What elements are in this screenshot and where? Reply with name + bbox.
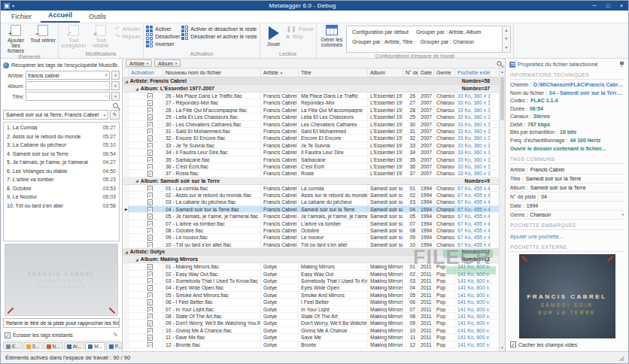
tab-fichier[interactable]: Fichier: [4, 11, 39, 23]
cover-link[interactable]: 33 Ko, 360 x 360: [455, 128, 491, 134]
chevron-down-icon[interactable]: ▾: [621, 211, 624, 219]
grid-search-icon[interactable]: [497, 61, 501, 65]
gallery-item[interactable]: Grouper par : Artiste, Titre: [348, 37, 417, 47]
tag-field[interactable]: Date :1994: [510, 202, 624, 211]
title-dropdown-icon[interactable]: ▾: [111, 92, 120, 101]
group-row-album[interactable]: ◢Album: Making MirrorsNombre=12: [123, 256, 499, 263]
cover-link[interactable]: 67 Ko, 455 x 455: [455, 227, 491, 233]
grid-row[interactable]: ✓01 - La corrida.flacFrancis CabrelLa co…: [123, 185, 499, 192]
cover-link[interactable]: 141 Ko, 600 x 600: [455, 334, 491, 340]
row-checkbox[interactable]: ✓: [147, 199, 153, 205]
pause-button[interactable]: ❚❚ Pause: [287, 26, 314, 32]
track-item[interactable]: 10. Tôt ou tard s'en aller03:58: [4, 202, 119, 211]
scroll-down-icon[interactable]: ▼: [500, 344, 505, 351]
edit-tags-icon[interactable]: ✎: [113, 332, 118, 338]
row-checkbox[interactable]: ✓: [147, 135, 153, 141]
artist-dropdown-icon[interactable]: ▾: [111, 71, 120, 80]
track-item[interactable]: 4. Samedi soir sur la Terre06:54: [4, 150, 119, 159]
cover-link[interactable]: 33 Ko, 360 x 360: [455, 170, 491, 176]
overwrite-tags-checkbox[interactable]: ✓: [5, 332, 11, 338]
grid-row[interactable]: ✓12 - Bronte.flacGotyeBronteMaking Mirro…: [123, 341, 499, 348]
cover-link[interactable]: 67 Ko, 455 x 455: [455, 185, 491, 191]
undo-button[interactable]: ↶ Annuler: [115, 26, 141, 32]
resize-grip-icon[interactable]: ◢: [618, 354, 624, 362]
row-checkbox[interactable]: ✓: [147, 293, 153, 298]
grid-row[interactable]: ✓36 - C'est Écrit.flacFrancis CabrelC'es…: [123, 163, 499, 170]
group-row-artist[interactable]: ◢Artiste: GotyeNombre=12: [123, 248, 499, 256]
row-checkbox[interactable]: ✓: [147, 214, 153, 219]
grid-row[interactable]: ✓37 - Rosie.flacFrancis CabrelRosieL'Ess…: [123, 170, 499, 177]
cover-link[interactable]: 141 Ko, 600 x 600: [455, 306, 491, 312]
scroll-up-icon[interactable]: ▲: [500, 68, 505, 75]
title-field[interactable]: [28, 94, 105, 99]
grid-row[interactable]: ✓26 - Ma Place Dans Le Traffic.flacFranc…: [123, 93, 499, 99]
tag-field[interactable]: Artiste :Francis Cabrel: [510, 165, 624, 174]
add-cover-link[interactable]: Ajouter une pochette...: [510, 232, 624, 241]
cover-link[interactable]: 33 Ko, 360 x 360: [455, 121, 491, 127]
track-item[interactable]: 9. Le Noceur06:03: [4, 193, 119, 202]
row-checkbox[interactable]: ✓: [147, 271, 153, 277]
tool-tab-E[interactable]: E...: [3, 342, 23, 350]
quick-access-dropdown-icon[interactable]: ▾: [12, 3, 14, 8]
grid-row[interactable]: ✓02 - Easy Way Out.flacGotyeEasy Way Out…: [123, 271, 499, 278]
row-checkbox[interactable]: ✓: [147, 307, 153, 312]
row-checkbox[interactable]: ✓: [147, 164, 153, 169]
cover-link[interactable]: 141 Ko, 600 x 600: [455, 278, 491, 284]
row-checkbox[interactable]: ✓: [147, 235, 153, 240]
grid-row[interactable]: ✓10 - Tôt ou tard s'en aller.flacFrancis…: [123, 241, 499, 248]
grid-row[interactable]: ✓27 - Répondez-Moi.flacFrancis CabrelRép…: [123, 99, 499, 106]
track-item[interactable]: 5. Je t'aimais, je t'aime, je t'aimerai0…: [4, 158, 119, 167]
remove-all-button[interactable]: − Tout retirer: [30, 24, 56, 43]
track-item[interactable]: 7. L'arbre va tomber05:23: [4, 175, 119, 184]
path-link[interactable]: D:\M\Chanson\FLAC\Francis Cabrel\Samedi …: [533, 81, 624, 89]
album-field[interactable]: [28, 83, 105, 89]
gallery-item[interactable]: Grouper par : Chanson: [416, 37, 478, 47]
group-row-album[interactable]: ◢Album: L'Essentiel 1977-2007Nombre=37: [123, 85, 499, 93]
maximize-button[interactable]: □: [601, 1, 615, 11]
gallery-up-icon[interactable]: ▲: [503, 26, 510, 35]
match-mode-select[interactable]: Retenir le titre de la piste pour rappro…: [3, 318, 120, 328]
row-checkbox[interactable]: ✓: [147, 328, 153, 333]
cover-link[interactable]: 33 Ko, 360 x 360: [455, 107, 491, 113]
scroll-thumb[interactable]: [500, 77, 504, 120]
close-button[interactable]: ×: [615, 1, 628, 11]
activation-d-sactiver-et-activer-le-reste[interactable]: Désactiver et activer le reste: [181, 33, 257, 40]
row-checkbox[interactable]: ✓: [147, 100, 153, 105]
artist-clear-icon[interactable]: ×: [105, 71, 108, 79]
column-header-2[interactable]: Artiste▲: [261, 68, 299, 77]
stop-button[interactable]: ■ Stop: [287, 33, 314, 40]
cover-link[interactable]: 67 Ko, 455 x 455: [455, 234, 491, 240]
row-checkbox[interactable]: ✓: [147, 221, 153, 226]
tab-outils[interactable]: Outils: [81, 11, 114, 23]
grid-row[interactable]: ✓30 - Les Chevaliers Cathares.flacFranci…: [123, 121, 499, 128]
grid-row[interactable]: ✓08 - Octobre.flacFrancis CabrelOctobreS…: [123, 227, 499, 234]
grid-row[interactable]: ▶✓04 - Samedi soir sur la Terre.flacFran…: [123, 206, 499, 213]
row-checkbox[interactable]: ✓: [147, 242, 153, 247]
cover-link[interactable]: 141 Ko, 600 x 600: [455, 341, 491, 347]
grid-row[interactable]: ✓07 - In Your Light.flacGotyeIn Your Lig…: [123, 306, 499, 313]
grid-scrollbar[interactable]: ▲ ▼: [499, 68, 505, 351]
cover-link[interactable]: 67 Ko, 455 x 455: [455, 213, 491, 219]
gallery-more-icon[interactable]: ▼: [503, 44, 510, 52]
column-header-5[interactable]: N° de piste: [403, 68, 418, 77]
activation-activer-et-d-sactiver-le-reste[interactable]: Activer et désactiver le reste: [181, 26, 257, 32]
cover-link[interactable]: 141 Ko, 600 x 600: [455, 327, 491, 333]
cover-link[interactable]: 33 Ko, 360 x 360: [455, 156, 491, 162]
artist-field[interactable]: [28, 73, 105, 78]
row-checkbox[interactable]: ✓: [147, 171, 153, 176]
cover-link[interactable]: 141 Ko, 600 x 600: [455, 313, 491, 319]
row-checkbox[interactable]: ✓: [147, 264, 153, 269]
group-row-album[interactable]: ◢Album: Samedi soir sur la TerreNombre=9: [123, 177, 499, 185]
tool-tab-Ar[interactable]: Ar...: [64, 342, 85, 350]
search-icon[interactable]: [113, 103, 118, 108]
cover-link[interactable]: 141 Ko, 600 x 600: [455, 263, 491, 269]
column-header-6[interactable]: Date: [418, 68, 434, 77]
grid-row[interactable]: ✓10 - Giving Me A Chance.flacGotyeGiving…: [123, 327, 499, 334]
cover-link[interactable]: 33 Ko, 360 x 360: [455, 149, 491, 155]
pin-icon[interactable]: [619, 62, 624, 67]
row-checkbox[interactable]: ✓: [147, 285, 153, 290]
tag-field[interactable]: Genre :Chanson▾: [510, 211, 624, 220]
group-chip-album[interactable]: Album▾: [154, 59, 181, 67]
play-button[interactable]: Jouer: [263, 24, 285, 47]
album-clear-icon[interactable]: ×: [105, 82, 108, 89]
